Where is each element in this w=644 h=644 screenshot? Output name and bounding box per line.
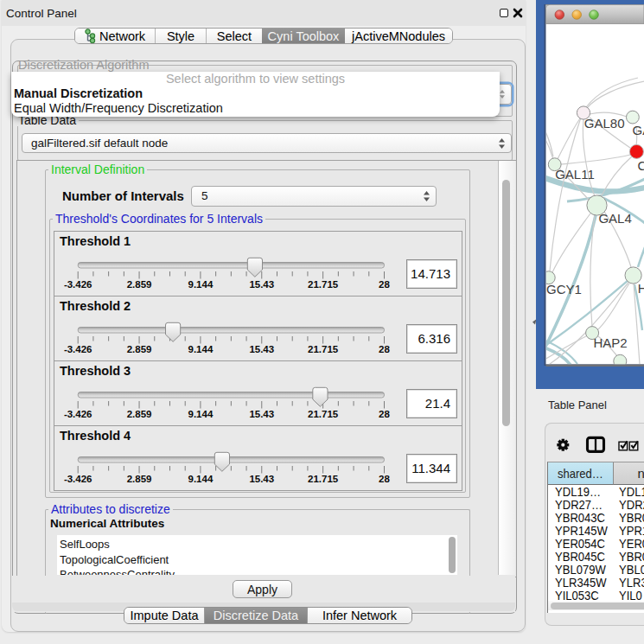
svg-text:HI: HI	[638, 281, 644, 296]
svg-text:2.859: 2.859	[127, 409, 152, 419]
svg-text:9.144: 9.144	[188, 474, 214, 484]
svg-text:15.43: 15.43	[249, 344, 274, 354]
svg-text:-3.426: -3.426	[64, 474, 92, 484]
svg-text:2.859: 2.859	[127, 279, 152, 290]
svg-text:9.144: 9.144	[188, 279, 214, 290]
svg-text:GCY1: GCY1	[546, 282, 582, 296]
svg-text:GAL4: GAL4	[598, 211, 631, 226]
svg-text:2.859: 2.859	[127, 474, 152, 484]
svg-text:28: 28	[379, 344, 390, 354]
svg-text:21.715: 21.715	[308, 474, 339, 484]
svg-text:GAL11: GAL11	[555, 167, 595, 182]
svg-text:-3.426: -3.426	[64, 279, 92, 290]
svg-text:15.43: 15.43	[249, 474, 274, 484]
svg-text:21.715: 21.715	[308, 279, 339, 290]
svg-text:HAP2: HAP2	[594, 335, 628, 350]
svg-text:9.144: 9.144	[188, 409, 214, 419]
svg-text:C: C	[638, 158, 644, 173]
svg-text:28: 28	[379, 474, 390, 484]
svg-text:21.715: 21.715	[308, 344, 339, 354]
svg-text:2.859: 2.859	[127, 344, 152, 354]
svg-text:9.144: 9.144	[188, 344, 214, 354]
svg-text:15.43: 15.43	[249, 279, 274, 290]
svg-text:-3.426: -3.426	[64, 409, 92, 419]
svg-text:GAL80: GAL80	[584, 116, 625, 131]
svg-text:GA: GA	[633, 123, 644, 137]
svg-text:15.43: 15.43	[249, 409, 274, 419]
svg-text:28: 28	[379, 409, 390, 419]
svg-text:21.715: 21.715	[308, 409, 339, 419]
svg-text:28: 28	[379, 279, 390, 290]
svg-text:-3.426: -3.426	[64, 344, 92, 354]
